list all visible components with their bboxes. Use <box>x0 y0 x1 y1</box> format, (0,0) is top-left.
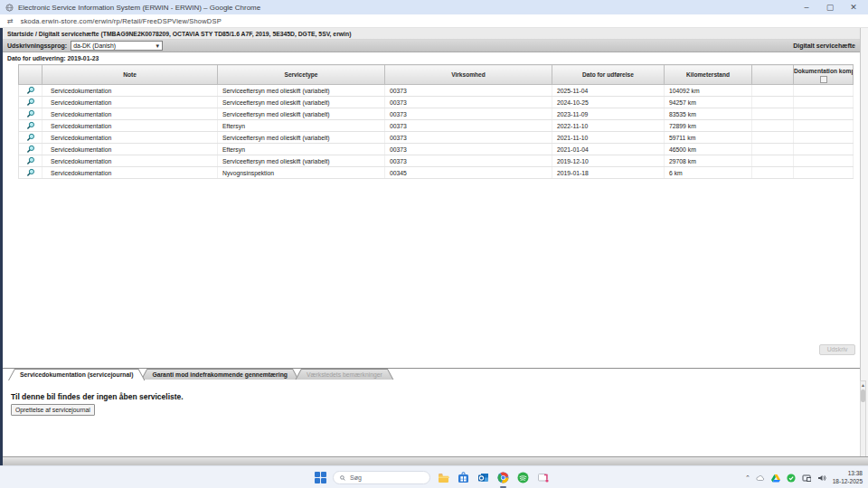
magnifier-icon[interactable] <box>26 109 35 118</box>
virksomhed-cell: 00373 <box>385 97 552 108</box>
spacer-cell <box>752 97 794 108</box>
print-button[interactable]: Udskriv <box>819 344 855 355</box>
magnifier-icon[interactable] <box>26 156 35 165</box>
security-shield-icon[interactable] <box>787 473 797 483</box>
dato-cell: 2019-12-10 <box>552 155 665 167</box>
header-dokumentation-label: Dokumentation komplet <box>794 68 853 75</box>
pane-scrollbar[interactable]: ▲ ▼ <box>860 380 866 463</box>
servicetype-cell: Serviceeftersyn med olieskift (variabelt… <box>218 132 385 144</box>
tab-servicedokumentation[interactable]: Servicedokumentation (servicejournal) <box>8 369 145 380</box>
row-zoom-cell <box>19 132 42 144</box>
table-row: Servicedokumentation Nyvognsinspektion 0… <box>19 167 854 179</box>
header-servicetype: Servicetype <box>218 65 385 85</box>
scroll-up-icon[interactable]: ▲ <box>861 381 865 389</box>
kilometerstand-cell: 104092 km <box>665 85 752 97</box>
kilometerstand-cell: 94257 km <box>665 97 752 108</box>
table-row: Servicedokumentation Eftersyn 00373 2022… <box>19 120 854 132</box>
table-header-row: Note Servicetype Virksomhed Dato for udf… <box>19 65 854 85</box>
speaker-icon[interactable] <box>817 473 827 483</box>
note-cell: Servicedokumentation <box>42 144 218 155</box>
virksomhed-cell: 00373 <box>385 120 552 132</box>
magnifier-icon[interactable] <box>26 133 35 142</box>
row-zoom-cell <box>19 144 42 155</box>
outlook-icon[interactable] <box>476 470 490 485</box>
dato-cell: 2019-01-18 <box>552 167 665 179</box>
site-info-icon[interactable]: ⇄ <box>7 17 14 25</box>
servicetype-cell: Nyvognsinspektion <box>218 167 385 179</box>
close-button[interactable]: ✕ <box>848 0 859 14</box>
minimize-button[interactable]: – <box>801 0 812 14</box>
taskbar-search[interactable]: Søg <box>333 471 430 484</box>
screen-window-icon[interactable] <box>802 473 812 483</box>
servicetype-cell: Eftersyn <box>218 144 385 155</box>
url-bar[interactable]: ⇄ skoda.erwin-store.com/erwin/rp/Retail/… <box>0 14 868 28</box>
print-language-select[interactable]: da-DK (Danish) ▼ <box>71 41 163 51</box>
tray-chevron-up-icon[interactable]: ⌃ <box>745 474 750 482</box>
row-zoom-cell <box>19 108 42 120</box>
scrollbar-thumb[interactable] <box>861 389 865 402</box>
print-language-value: da-DK (Danish) <box>73 42 116 49</box>
dokumentation-cell <box>794 97 854 108</box>
header-dokumentation: Dokumentation komplet <box>794 65 854 85</box>
tab-content-pane: Til denne bil findes der ingen åben serv… <box>3 380 860 456</box>
servicetype-cell: Serviceeftersyn med olieskift (variabelt… <box>218 85 385 97</box>
spacer-cell <box>752 167 794 179</box>
servicetype-cell: Eftersyn <box>218 120 385 132</box>
url-text[interactable]: skoda.erwin-store.com/erwin/rp/Retail/Fr… <box>21 17 222 25</box>
start-button[interactable] <box>315 472 326 483</box>
magnifier-icon[interactable] <box>26 121 35 130</box>
taskbar: Søg <box>0 465 868 488</box>
screen-snip-app-icon[interactable] <box>536 470 550 485</box>
dokumentation-cell <box>794 120 854 132</box>
breadcrumb[interactable]: Startside / Digitalt servicehæfte (TMBAG… <box>3 28 860 40</box>
chrome-icon[interactable] <box>496 470 510 485</box>
dokumentation-checkbox[interactable] <box>820 76 827 83</box>
note-cell: Servicedokumentation <box>42 108 218 120</box>
search-icon <box>340 475 345 481</box>
header-icon-col <box>19 65 42 85</box>
virksomhed-cell: 00373 <box>385 144 552 155</box>
row-zoom-cell <box>19 167 42 179</box>
magnifier-icon[interactable] <box>26 86 35 95</box>
header-dato: Dato for udførelse <box>552 65 665 85</box>
kilometerstand-cell: 59711 km <box>665 132 752 144</box>
microsoft-store-icon[interactable] <box>457 470 470 485</box>
delivery-date-line: Dato for udlevering: 2019-01-23 <box>3 52 860 64</box>
table-body: Servicedokumentation Serviceeftersyn med… <box>19 85 854 179</box>
dato-cell: 2022-11-10 <box>552 120 665 132</box>
google-drive-icon[interactable] <box>771 473 781 483</box>
green-circle-app-icon[interactable] <box>516 470 530 485</box>
file-explorer-icon[interactable] <box>437 470 450 485</box>
servicetype-cell: Serviceeftersyn med olieskift (variabelt… <box>218 108 385 120</box>
spacer-cell <box>752 155 794 167</box>
clock[interactable]: 13:38 18-12-2025 <box>833 470 863 484</box>
table-row: Servicedokumentation Serviceeftersyn med… <box>19 155 854 167</box>
dokumentation-cell <box>794 167 854 179</box>
note-cell: Servicedokumentation <box>42 155 218 167</box>
dato-cell: 2021-01-04 <box>552 144 665 155</box>
onedrive-cloud-icon[interactable] <box>756 473 766 483</box>
magnifier-icon[interactable] <box>26 168 35 177</box>
service-history-table: Note Servicetype Virksomhed Dato for udf… <box>18 64 854 179</box>
create-servicejournal-button[interactable]: Oprettelse af servicejournal <box>11 404 95 416</box>
note-cell: Servicedokumentation <box>42 97 218 108</box>
maximize-button[interactable]: ▢ <box>825 0 835 14</box>
note-cell: Servicedokumentation <box>42 132 218 144</box>
magnifier-icon[interactable] <box>26 145 35 154</box>
row-zoom-cell <box>19 155 42 167</box>
servicetype-cell: Serviceeftersyn med olieskift (variabelt… <box>218 97 385 108</box>
header-spacer <box>752 65 794 85</box>
header-virksomhed: Virksomhed <box>385 65 552 85</box>
dato-cell: 2021-11-10 <box>552 132 665 144</box>
note-cell: Servicedokumentation <box>42 167 218 179</box>
spacer-cell <box>752 85 794 97</box>
row-zoom-cell <box>19 120 42 132</box>
dokumentation-cell <box>794 108 854 120</box>
header-kilometerstand: Kilometerstand <box>665 65 752 85</box>
window-titlebar: Electronic Service Information System (E… <box>0 0 868 14</box>
window-title: Electronic Service Information System (E… <box>18 4 260 12</box>
magnifier-icon[interactable] <box>26 98 35 107</box>
virksomhed-cell: 00345 <box>385 167 552 179</box>
clock-date: 18-12-2025 <box>833 478 863 485</box>
dokumentation-cell <box>794 132 854 144</box>
